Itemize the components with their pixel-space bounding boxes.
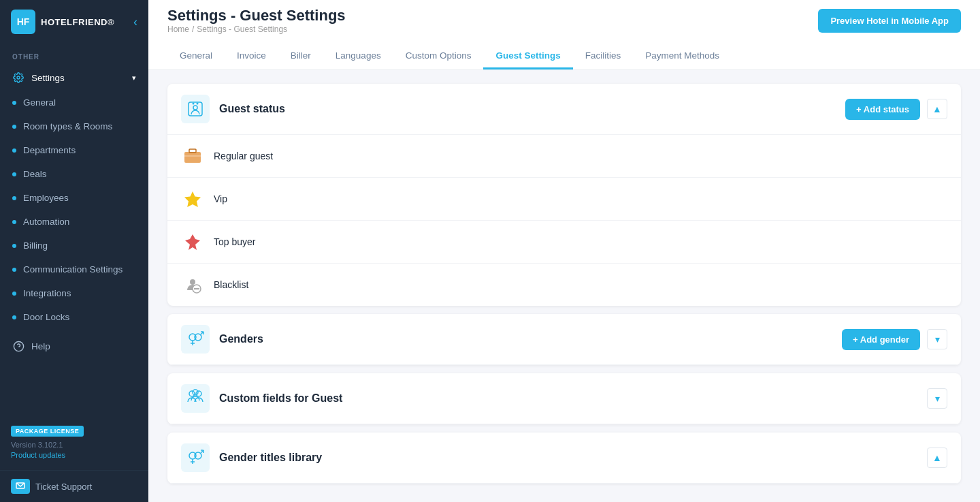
sidebar-item-label: Deals [23,169,47,179]
sidebar-footer: PACKAGE LICENSE Version 3.102.1 Product … [0,413,148,470]
guest-status-icon [181,95,210,123]
genders-header: Genders + Add gender ▾ [167,314,961,365]
add-status-button[interactable]: + Add status [845,99,920,120]
status-item-regular-guest[interactable]: Regular guest [167,135,961,178]
sidebar-item-room-types[interactable]: Room types & Rooms [0,114,148,138]
gender-titles-icon [181,443,210,472]
tab-invoice[interactable]: Invoice [225,44,278,69]
breadcrumb-home[interactable]: Home [167,25,189,34]
dot-icon [12,268,16,272]
collapse-genders-button[interactable]: ▾ [927,329,947,349]
tab-languages[interactable]: Languages [323,44,393,69]
sidebar-item-integrations[interactable]: Integrations [0,281,148,305]
custom-fields-title: Custom fields for Guest [219,392,927,405]
tab-guest-settings[interactable]: Guest Settings [483,44,572,69]
guest-status-title: Guest status [219,103,845,115]
tab-general[interactable]: General [167,44,225,69]
logo-icon: HF [11,10,35,34]
svg-rect-25 [181,384,210,413]
custom-fields-header: Custom fields for Guest ▾ [167,373,961,424]
breadcrumb-current: Settings - Guest Settings [197,25,287,34]
help-icon [12,340,24,352]
page-header: Settings - Guest Settings Home / Setting… [148,0,980,70]
chevron-down-icon: ▾ [132,74,136,82]
sidebar-item-automation[interactable]: Automation [0,210,148,234]
briefcase-icon [181,144,204,168]
custom-fields-section: Custom fields for Guest ▾ [167,373,961,424]
svg-rect-9 [184,152,201,163]
sidebar-item-communication-settings[interactable]: Communication Settings [0,257,148,281]
preview-hotel-button[interactable]: Preview Hotel in Mobile App [818,9,961,33]
dot-icon [12,125,16,129]
product-updates-link[interactable]: Product updates [11,451,137,459]
top-buyer-icon [181,230,204,253]
sidebar: HF HOTELFRIEND® ‹ OTHER Settings ▾ Gener… [0,0,148,502]
dot-icon [12,220,16,224]
sidebar-item-label: Help [31,341,50,351]
sidebar-item-label: General [23,97,56,108]
status-item-blacklist[interactable]: Blacklist [167,264,961,306]
collapse-gender-titles-button[interactable]: ▲ [927,448,947,468]
page-title-area: Settings - Guest Settings Home / Setting… [167,7,346,34]
svg-point-7 [193,103,195,105]
tab-custom-options[interactable]: Custom Options [393,44,484,69]
brand-name: HOTELFRIEND® [41,17,114,27]
blacklist-label: Blacklist [214,279,248,290]
status-item-top-buyer[interactable]: Top buyer [167,221,961,264]
svg-marker-13 [185,234,200,250]
gear-icon [12,72,24,84]
sidebar-back-button[interactable]: ‹ [133,15,137,29]
breadcrumb-separator: / [192,25,194,34]
guest-status-section: Guest status + Add status ▲ Regular gues… [167,84,961,306]
ticket-icon [11,479,30,494]
sidebar-logo: HF HOTELFRIEND® ‹ [0,0,148,44]
sidebar-item-label: Settings [31,73,65,83]
sidebar-item-door-locks[interactable]: Door Locks [0,305,148,329]
sidebar-item-general[interactable]: General [0,91,148,114]
sidebar-item-settings[interactable]: Settings ▾ [0,65,148,91]
svg-point-0 [17,76,20,79]
regular-guest-label: Regular guest [214,151,273,161]
sidebar-item-employees[interactable]: Employees [0,186,148,210]
vip-label: Vip [214,193,227,204]
sidebar-item-label: Employees [23,193,69,203]
sidebar-item-label: Door Locks [23,312,69,322]
dot-icon [12,292,16,296]
tab-payment-methods[interactable]: Payment Methods [633,44,732,69]
genders-section: Genders + Add gender ▾ [167,314,961,365]
sidebar-item-departments[interactable]: Departments [0,138,148,162]
status-item-vip[interactable]: Vip [167,178,961,221]
tab-facilities[interactable]: Facilities [573,44,634,69]
dot-icon [12,315,16,319]
add-gender-button[interactable]: + Add gender [842,329,920,350]
sidebar-item-deals[interactable]: Deals [0,162,148,186]
package-badge: PACKAGE LICENSE [11,426,84,437]
svg-rect-4 [181,95,210,123]
sidebar-section-other: OTHER [0,44,148,65]
tabs: General Invoice Biller Languages Custom … [167,44,961,69]
collapse-custom-fields-button[interactable]: ▾ [927,388,947,409]
version-text: Version 3.102.1 [11,441,137,449]
svg-point-14 [190,279,195,285]
genders-icon [181,325,210,354]
ticket-support-item[interactable]: Ticket Support [0,470,148,502]
main-content: Settings - Guest Settings Home / Setting… [148,0,980,502]
sidebar-item-billing[interactable]: Billing [0,234,148,257]
dot-icon [12,148,16,153]
dot-icon [12,196,16,200]
collapse-guest-status-button[interactable]: ▲ [927,99,947,119]
gender-titles-title: Gender titles library [219,452,927,464]
sidebar-item-label: Room types & Rooms [23,121,112,131]
top-buyer-label: Top buyer [214,236,255,247]
custom-fields-icon [181,384,210,413]
sidebar-item-label: Departments [23,145,76,155]
tab-biller[interactable]: Biller [278,44,323,69]
gender-titles-header: Gender titles library ▲ [167,433,961,484]
content-area: Guest status + Add status ▲ Regular gues… [148,70,980,502]
sidebar-item-label: Communication Settings [23,264,122,274]
blacklist-icon [181,273,204,296]
genders-title: Genders [219,333,842,345]
svg-rect-10 [189,149,196,153]
ticket-support-label: Ticket Support [35,482,92,492]
sidebar-item-help[interactable]: Help [0,333,148,359]
